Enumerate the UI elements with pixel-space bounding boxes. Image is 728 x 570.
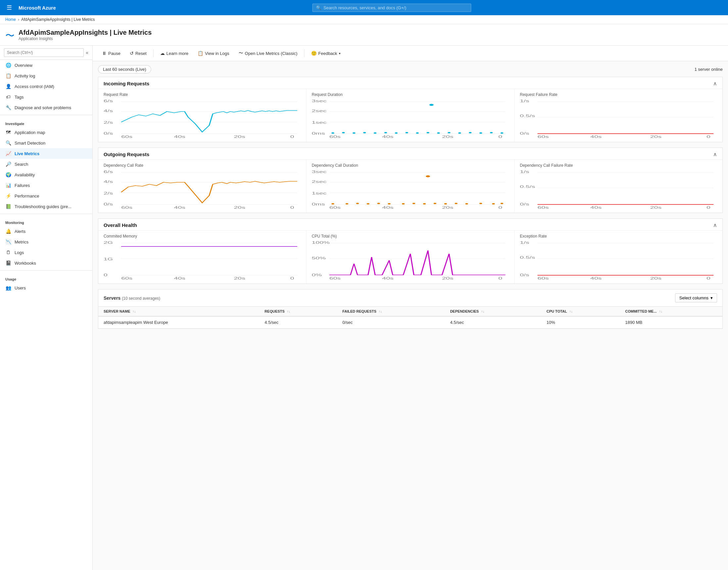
col-committed-memory[interactable]: COMMITTED ME... ↑↓ bbox=[620, 307, 722, 317]
sidebar-search-input[interactable] bbox=[4, 48, 84, 57]
global-search-bar[interactable]: 🔍 bbox=[312, 4, 471, 12]
sidebar-item-live-metrics[interactable]: 📈 Live Metrics bbox=[0, 148, 92, 159]
svg-text:40s: 40s bbox=[590, 277, 601, 280]
sidebar-item-overview[interactable]: 🌐 Overview bbox=[0, 60, 92, 70]
select-columns-button[interactable]: Select columns ▾ bbox=[675, 293, 717, 302]
view-in-logs-button[interactable]: 📋 View in Logs bbox=[194, 49, 233, 58]
svg-text:0: 0 bbox=[707, 206, 710, 209]
svg-text:40s: 40s bbox=[590, 206, 601, 209]
cell-server-name: afdapimsampleapim West Europe bbox=[98, 316, 259, 328]
activity-log-icon: 📋 bbox=[5, 73, 11, 78]
sidebar-item-troubleshooting[interactable]: 📗 Troubleshooting guides (pre... bbox=[0, 201, 92, 212]
health-collapse-btn[interactable]: ∧ bbox=[713, 222, 717, 228]
reset-button[interactable]: ↺ Reset bbox=[126, 49, 151, 58]
cpu-total-chart-container: 100% 50% 0% 60s 40s 20s bbox=[312, 241, 509, 280]
sort-icon-failed-requests[interactable]: ↑↓ bbox=[379, 310, 382, 313]
sort-icon-dependencies[interactable]: ↑↓ bbox=[481, 310, 484, 313]
content-area: ⏸ Pause ↺ Reset ☁ Learn more 📋 View in L… bbox=[93, 46, 728, 570]
performance-icon: ⚡ bbox=[5, 193, 11, 199]
sidebar-item-logs-label: Logs bbox=[15, 250, 24, 255]
svg-point-74 bbox=[345, 203, 348, 205]
sidebar-item-metrics[interactable]: 📉 Metrics bbox=[0, 237, 92, 247]
request-rate-chart-container: 6/s 4/s 2/s 0/s 60s 40s bbox=[103, 99, 301, 138]
overall-health-title: Overall Health bbox=[103, 222, 137, 228]
table-header-row: SERVER NAME ↑↓ REQUESTS ↑↓ FAILED REQUES… bbox=[98, 307, 722, 317]
svg-point-34 bbox=[479, 132, 482, 133]
col-requests[interactable]: REQUESTS ↑↓ bbox=[259, 307, 337, 317]
sidebar-item-search[interactable]: 🔎 Search bbox=[0, 159, 92, 170]
sidebar-collapse-btn[interactable]: « bbox=[86, 50, 88, 55]
sidebar-item-alerts-label: Alerts bbox=[15, 229, 25, 234]
request-failure-rate-chart: Request Failure Rate 1/s 0.5/s 0/s 60s bbox=[515, 89, 722, 142]
svg-point-28 bbox=[416, 132, 419, 133]
svg-text:0/s: 0/s bbox=[103, 203, 113, 206]
svg-text:2G: 2G bbox=[103, 241, 113, 245]
request-failure-rate-title: Request Failure Rate bbox=[520, 92, 717, 97]
breadcrumb-home[interactable]: Home bbox=[5, 17, 16, 22]
col-server-name[interactable]: SERVER NAME ↑↓ bbox=[98, 307, 259, 317]
cpu-total-chart: CPU Total (%) 100% 50% 0% bbox=[306, 231, 515, 284]
outgoing-collapse-btn[interactable]: ∧ bbox=[713, 151, 717, 158]
svg-text:40s: 40s bbox=[590, 135, 601, 138]
sort-icon-cpu-total[interactable]: ↑↓ bbox=[569, 310, 572, 313]
col-failed-requests[interactable]: FAILED REQUESTS ↑↓ bbox=[337, 307, 445, 317]
sidebar-item-availability-label: Availability bbox=[15, 172, 35, 177]
metrics-icon: 📉 bbox=[5, 239, 11, 245]
sidebar-item-availability[interactable]: 🌍 Availability bbox=[0, 170, 92, 180]
svg-text:0: 0 bbox=[290, 135, 294, 138]
svg-point-82 bbox=[434, 203, 437, 204]
col-dependencies[interactable]: DEPENDENCIES ↑↓ bbox=[445, 307, 541, 317]
sidebar-item-smart-detection[interactable]: 🔍 Smart Detection bbox=[0, 137, 92, 148]
sort-icon-committed-memory[interactable]: ↑↓ bbox=[659, 310, 663, 313]
sidebar-item-iam[interactable]: 👤 Access control (IAM) bbox=[0, 81, 92, 92]
sidebar-item-users[interactable]: 👥 Users bbox=[0, 283, 92, 293]
select-columns-label: Select columns bbox=[679, 295, 709, 300]
svg-text:0/s: 0/s bbox=[103, 132, 113, 135]
failures-icon: 📊 bbox=[5, 183, 11, 188]
committed-memory-chart-container: 2G 1G 0 60s 40s 20s bbox=[103, 241, 301, 280]
svg-point-29 bbox=[427, 132, 430, 133]
global-search-input[interactable] bbox=[323, 5, 468, 10]
smart-detection-icon: 🔍 bbox=[5, 140, 11, 146]
svg-text:20s: 20s bbox=[234, 277, 245, 280]
dep-call-failure-rate-title: Dependency Call Failure Rate bbox=[520, 163, 717, 168]
sidebar-item-activity-log[interactable]: 📋 Activity log bbox=[0, 70, 92, 81]
open-live-metrics-button[interactable]: 〜 Open Live Metrics (Classic) bbox=[235, 48, 301, 58]
sort-icon-requests[interactable]: ↑↓ bbox=[287, 310, 290, 313]
sidebar-item-diagnose[interactable]: 🔧 Diagnose and solve problems bbox=[0, 102, 92, 113]
svg-point-20 bbox=[331, 132, 334, 133]
sidebar-item-alerts[interactable]: 🔔 Alerts bbox=[0, 226, 92, 237]
learn-more-button[interactable]: ☁ Learn more bbox=[156, 49, 192, 58]
incoming-collapse-btn[interactable]: ∧ bbox=[713, 80, 717, 87]
sort-icon-server-name[interactable]: ↑↓ bbox=[133, 310, 136, 313]
svg-point-26 bbox=[395, 132, 398, 133]
col-cpu-total[interactable]: CPU TOTAL ↑↓ bbox=[541, 307, 620, 317]
sidebar-item-logs[interactable]: 🗒 Logs bbox=[0, 247, 92, 258]
pause-button[interactable]: ⏸ Pause bbox=[98, 49, 125, 58]
sidebar-item-app-map[interactable]: 🗺 Application map bbox=[0, 127, 92, 137]
svg-text:60s: 60s bbox=[537, 277, 549, 280]
svg-point-23 bbox=[363, 132, 366, 133]
svg-text:2/s: 2/s bbox=[103, 192, 113, 195]
sidebar-item-workbooks[interactable]: 📓 Workbooks bbox=[0, 258, 92, 268]
toolbar-sep-2 bbox=[304, 49, 304, 57]
sidebar-section-investigate: Investigate bbox=[0, 117, 92, 127]
hamburger-menu[interactable]: ☰ bbox=[4, 3, 15, 13]
sidebar-item-failures[interactable]: 📊 Failures bbox=[0, 180, 92, 191]
sidebar-item-tags[interactable]: 🏷 Tags bbox=[0, 92, 92, 102]
svg-text:60s: 60s bbox=[329, 135, 340, 138]
sidebar-item-search-label: Search bbox=[15, 162, 28, 167]
svg-point-31 bbox=[448, 132, 451, 133]
time-range-badge[interactable]: Last 60 seconds (Live) bbox=[98, 65, 151, 73]
feedback-button[interactable]: 🙂 Feedback ▾ bbox=[307, 49, 344, 58]
svg-text:40s: 40s bbox=[382, 135, 394, 138]
svg-text:40s: 40s bbox=[382, 206, 394, 209]
svg-text:0/s: 0/s bbox=[520, 203, 529, 206]
overall-health-section: Overall Health ∧ Commited Memory 2G 1G 0 bbox=[98, 218, 723, 284]
svg-point-87 bbox=[492, 203, 495, 205]
svg-text:1/s: 1/s bbox=[520, 170, 529, 174]
dep-call-failure-rate-chart: Dependency Call Failure Rate 1/s 0.5/s 0… bbox=[515, 160, 722, 213]
breadcrumb-sep: › bbox=[18, 17, 19, 22]
svg-text:0.5/s: 0.5/s bbox=[520, 114, 535, 118]
sidebar-item-performance[interactable]: ⚡ Performance bbox=[0, 191, 92, 201]
